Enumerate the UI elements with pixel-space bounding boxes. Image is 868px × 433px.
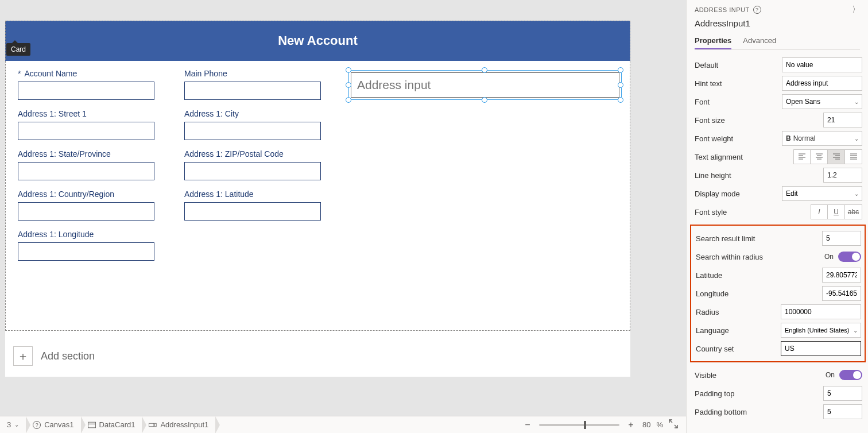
field-label: Address 1: State/Province bbox=[18, 149, 111, 158]
input-longitude[interactable] bbox=[18, 242, 154, 261]
field-state: Address 1: State/Province bbox=[18, 149, 184, 180]
input-line-height[interactable] bbox=[823, 168, 862, 183]
prop-default: Default bbox=[695, 56, 862, 74]
plus-icon: ＋ bbox=[13, 346, 33, 366]
breadcrumb-datacard1[interactable]: DataCard1 bbox=[81, 416, 142, 433]
prop-radius: Radius bbox=[696, 303, 861, 321]
input-street1[interactable] bbox=[18, 122, 154, 140]
italic-button[interactable]: I bbox=[811, 204, 828, 219]
svg-rect-2 bbox=[149, 423, 154, 426]
tab-advanced[interactable]: Advanced bbox=[743, 33, 776, 49]
panel-category: ADDRESS INPUT bbox=[695, 6, 750, 13]
field-country: Address 1: Country/Region bbox=[18, 190, 184, 221]
select-font-weight[interactable]: BNormal bbox=[782, 131, 862, 146]
breadcrumb-addressinput1[interactable]: AddressInput1 bbox=[142, 416, 215, 433]
tab-properties[interactable]: Properties bbox=[695, 33, 731, 49]
prop-text-align: Text alignment bbox=[695, 148, 862, 166]
field-label: Account Name bbox=[24, 69, 77, 78]
zoom-out-button[interactable]: − bbox=[522, 420, 533, 430]
field-label: Address 1: Street 1 bbox=[18, 109, 87, 118]
underline-button[interactable]: U bbox=[828, 204, 845, 219]
control-name: AddressInput1 bbox=[695, 18, 860, 28]
chevron-down-icon: ⌄ bbox=[14, 422, 19, 428]
input-pad-top[interactable] bbox=[823, 386, 862, 401]
prop-font: Font ⌄ bbox=[695, 92, 862, 111]
prop-country-set: Country set bbox=[696, 339, 861, 358]
input-zip[interactable] bbox=[184, 162, 321, 180]
help-icon[interactable]: ? bbox=[753, 6, 761, 14]
input-hint[interactable] bbox=[782, 76, 862, 91]
strike-button[interactable]: abc bbox=[845, 204, 862, 219]
select-language[interactable] bbox=[781, 323, 861, 338]
add-section-button[interactable]: ＋ Add section bbox=[5, 339, 630, 373]
prop-visible: Visible On bbox=[695, 366, 862, 384]
field-label: Address 1: City bbox=[184, 109, 239, 118]
field-city: Address 1: City bbox=[184, 109, 351, 140]
form-title: New Account bbox=[5, 21, 630, 61]
input-prop-longitude[interactable] bbox=[822, 286, 861, 301]
prop-search-radius: Search within radius On bbox=[696, 248, 861, 266]
align-left-button[interactable] bbox=[793, 149, 811, 164]
input-account-name[interactable] bbox=[18, 82, 154, 100]
input-font-size[interactable] bbox=[823, 113, 862, 127]
align-right-button[interactable] bbox=[828, 149, 845, 164]
field-longitude: Address 1: Longitude bbox=[18, 230, 184, 261]
zoom-controls: − + 80 % bbox=[522, 419, 686, 430]
breadcrumb-bar: 3 ⌄ ? Canvas1 DataCard1 AddressInput1 − … bbox=[0, 416, 686, 433]
field-label: Address 1: Latitude bbox=[184, 190, 254, 199]
breadcrumb-first[interactable]: 3 ⌄ bbox=[0, 416, 26, 433]
prop-pad-bottom: Padding bottom bbox=[695, 403, 862, 421]
input-state[interactable] bbox=[18, 162, 154, 180]
zoom-percent: 80 bbox=[642, 420, 650, 429]
input-pad-bottom[interactable] bbox=[823, 404, 862, 419]
collapse-panel-icon[interactable]: 〉 bbox=[852, 5, 861, 15]
input-country-set[interactable] bbox=[781, 341, 861, 356]
svg-rect-3 bbox=[155, 423, 157, 426]
align-center-button[interactable] bbox=[811, 149, 828, 164]
input-default[interactable] bbox=[782, 57, 862, 72]
input-prop-latitude[interactable] bbox=[822, 268, 861, 283]
input-main-phone[interactable] bbox=[184, 82, 321, 100]
add-section-label: Add section bbox=[41, 350, 95, 362]
select-display-mode[interactable] bbox=[782, 186, 862, 201]
canvas-area: New Account *Account Name Main Phone Add… bbox=[0, 0, 686, 433]
input-radius[interactable] bbox=[781, 304, 861, 319]
input-latitude[interactable] bbox=[184, 202, 321, 221]
zoom-in-button[interactable]: + bbox=[625, 420, 637, 430]
zoom-unit: % bbox=[656, 420, 663, 429]
field-account-name: *Account Name bbox=[18, 69, 184, 100]
select-font[interactable] bbox=[782, 94, 862, 109]
help-icon: ? bbox=[33, 421, 41, 429]
input-search-limit[interactable] bbox=[822, 231, 861, 246]
prop-hint: Hint text bbox=[695, 74, 862, 92]
input-city[interactable] bbox=[184, 122, 321, 140]
toggle-visible[interactable] bbox=[839, 370, 862, 380]
field-label: Address 1: Longitude bbox=[18, 230, 94, 239]
prop-font-size: Font size bbox=[695, 111, 862, 129]
field-main-phone: Main Phone bbox=[184, 69, 351, 100]
prop-font-weight: Font weight BNormal⌄ bbox=[695, 129, 862, 148]
tooltip-card: Card bbox=[6, 43, 30, 56]
search-settings-highlight: Search result limit Search within radius… bbox=[690, 225, 866, 362]
prop-display-mode: Display mode ⌄ bbox=[695, 184, 862, 203]
prop-language: Language ⌄ bbox=[696, 321, 861, 339]
prop-font-style: Font style I U abc bbox=[695, 203, 862, 221]
prop-line-height: Line height bbox=[695, 166, 862, 184]
fullscreen-icon[interactable] bbox=[669, 419, 678, 430]
breadcrumb-canvas1[interactable]: ? Canvas1 bbox=[26, 416, 80, 433]
address-input-box[interactable]: Address input bbox=[351, 72, 619, 98]
address-input-control[interactable]: Address input bbox=[351, 72, 619, 270]
toggle-search-radius[interactable] bbox=[838, 252, 861, 262]
prop-search-limit: Search result limit bbox=[696, 229, 861, 248]
form-card: New Account *Account Name Main Phone Add… bbox=[5, 21, 630, 377]
field-latitude: Address 1: Latitude bbox=[184, 190, 351, 221]
field-label: Address 1: Country/Region bbox=[18, 190, 114, 199]
prop-longitude: Longitude bbox=[696, 284, 861, 303]
prop-latitude: Latitude bbox=[696, 266, 861, 284]
input-country[interactable] bbox=[18, 202, 154, 221]
zoom-slider[interactable] bbox=[539, 424, 619, 426]
properties-panel: ADDRESS INPUT ? 〉 AddressInput1 Properti… bbox=[686, 0, 868, 433]
field-label: Address 1: ZIP/Postal Code bbox=[184, 149, 284, 158]
align-justify-button[interactable] bbox=[845, 149, 862, 164]
field-zip: Address 1: ZIP/Postal Code bbox=[184, 149, 351, 180]
